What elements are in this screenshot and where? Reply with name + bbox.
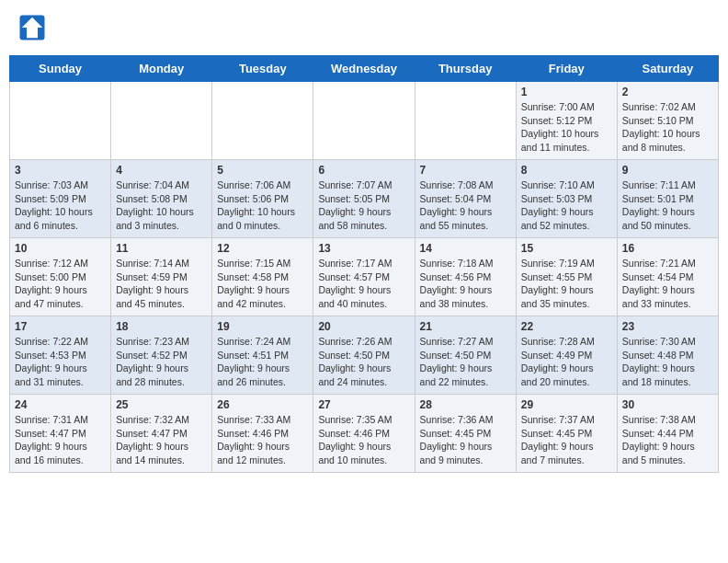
- cell-content: Sunrise: 7:37 AMSunset: 4:45 PMDaylight:…: [521, 413, 612, 467]
- week-row-5: 24Sunrise: 7:31 AMSunset: 4:47 PMDayligh…: [10, 395, 719, 473]
- day-header-thursday: Thursday: [415, 56, 516, 82]
- day-number: 10: [15, 242, 106, 255]
- cell-content: Sunrise: 7:02 AMSunset: 5:10 PMDaylight:…: [622, 100, 713, 155]
- calendar-cell: 30Sunrise: 7:38 AMSunset: 4:44 PMDayligh…: [617, 395, 718, 473]
- calendar-cell: 4Sunrise: 7:04 AMSunset: 5:08 PMDaylight…: [111, 160, 212, 238]
- cell-content: Sunrise: 7:07 AMSunset: 5:05 PMDaylight:…: [318, 178, 409, 233]
- calendar-cell: 23Sunrise: 7:30 AMSunset: 4:48 PMDayligh…: [617, 316, 718, 395]
- calendar-cell: 2Sunrise: 7:02 AMSunset: 5:10 PMDaylight…: [617, 82, 718, 160]
- cell-content: Sunrise: 7:06 AMSunset: 5:06 PMDaylight:…: [217, 178, 308, 233]
- calendar-cell: 26Sunrise: 7:33 AMSunset: 4:46 PMDayligh…: [212, 395, 313, 473]
- day-number: 8: [521, 164, 612, 177]
- cell-content: Sunrise: 7:32 AMSunset: 4:47 PMDaylight:…: [116, 413, 207, 467]
- day-header-tuesday: Tuesday: [212, 56, 313, 82]
- cell-content: Sunrise: 7:18 AMSunset: 4:56 PMDaylight:…: [420, 257, 511, 311]
- day-number: 18: [116, 320, 207, 333]
- week-row-3: 10Sunrise: 7:12 AMSunset: 5:00 PMDayligh…: [10, 238, 719, 316]
- cell-content: Sunrise: 7:22 AMSunset: 4:53 PMDaylight:…: [15, 335, 106, 389]
- day-number: 2: [622, 86, 713, 98]
- cell-content: Sunrise: 7:00 AMSunset: 5:12 PMDaylight:…: [521, 100, 612, 155]
- day-number: 26: [217, 398, 308, 411]
- day-header-wednesday: Wednesday: [313, 56, 415, 82]
- calendar-cell: [212, 82, 313, 160]
- day-number: 20: [318, 320, 409, 333]
- calendar-cell: [10, 82, 111, 160]
- calendar-cell: 7Sunrise: 7:08 AMSunset: 5:04 PMDaylight…: [415, 160, 516, 238]
- day-number: 28: [420, 398, 511, 411]
- calendar-cell: [111, 82, 212, 160]
- cell-content: Sunrise: 7:15 AMSunset: 4:58 PMDaylight:…: [217, 257, 308, 311]
- calendar-cell: 15Sunrise: 7:19 AMSunset: 4:55 PMDayligh…: [516, 238, 617, 316]
- logo: [18, 14, 50, 41]
- day-number: 6: [318, 164, 409, 177]
- calendar-table: SundayMondayTuesdayWednesdayThursdayFrid…: [9, 55, 719, 473]
- day-number: 1: [521, 86, 612, 98]
- calendar-cell: 27Sunrise: 7:35 AMSunset: 4:46 PMDayligh…: [313, 395, 415, 473]
- calendar-cell: 13Sunrise: 7:17 AMSunset: 4:57 PMDayligh…: [313, 238, 415, 316]
- calendar-cell: 14Sunrise: 7:18 AMSunset: 4:56 PMDayligh…: [415, 238, 516, 316]
- calendar-cell: 17Sunrise: 7:22 AMSunset: 4:53 PMDayligh…: [10, 316, 111, 395]
- calendar-cell: 19Sunrise: 7:24 AMSunset: 4:51 PMDayligh…: [212, 316, 313, 395]
- cell-content: Sunrise: 7:04 AMSunset: 5:08 PMDaylight:…: [116, 178, 207, 233]
- calendar-cell: 10Sunrise: 7:12 AMSunset: 5:00 PMDayligh…: [10, 238, 111, 316]
- cell-content: Sunrise: 7:19 AMSunset: 4:55 PMDaylight:…: [521, 257, 612, 311]
- cell-content: Sunrise: 7:08 AMSunset: 5:04 PMDaylight:…: [420, 178, 511, 233]
- day-number: 11: [116, 242, 207, 255]
- day-number: 25: [116, 398, 207, 411]
- cell-content: Sunrise: 7:03 AMSunset: 5:09 PMDaylight:…: [15, 178, 106, 233]
- day-number: 3: [15, 164, 106, 177]
- cell-content: Sunrise: 7:23 AMSunset: 4:52 PMDaylight:…: [116, 335, 207, 389]
- cell-content: Sunrise: 7:10 AMSunset: 5:03 PMDaylight:…: [521, 178, 612, 233]
- cell-content: Sunrise: 7:21 AMSunset: 4:54 PMDaylight:…: [622, 257, 713, 311]
- calendar-cell: 28Sunrise: 7:36 AMSunset: 4:45 PMDayligh…: [415, 395, 516, 473]
- day-header-sunday: Sunday: [10, 56, 111, 82]
- day-number: 16: [622, 242, 713, 255]
- week-row-1: 1Sunrise: 7:00 AMSunset: 5:12 PMDaylight…: [10, 82, 719, 160]
- calendar-cell: 22Sunrise: 7:28 AMSunset: 4:49 PMDayligh…: [516, 316, 617, 395]
- day-number: 24: [15, 398, 106, 411]
- header-row: SundayMondayTuesdayWednesdayThursdayFrid…: [10, 56, 719, 82]
- cell-content: Sunrise: 7:36 AMSunset: 4:45 PMDaylight:…: [420, 413, 511, 467]
- day-header-saturday: Saturday: [617, 56, 718, 82]
- week-row-4: 17Sunrise: 7:22 AMSunset: 4:53 PMDayligh…: [10, 316, 719, 395]
- cell-content: Sunrise: 7:11 AMSunset: 5:01 PMDaylight:…: [622, 178, 713, 233]
- logo-icon: [18, 14, 46, 41]
- cell-content: Sunrise: 7:33 AMSunset: 4:46 PMDaylight:…: [217, 413, 308, 467]
- cell-content: Sunrise: 7:30 AMSunset: 4:48 PMDaylight:…: [622, 335, 713, 389]
- cell-content: Sunrise: 7:26 AMSunset: 4:50 PMDaylight:…: [318, 335, 409, 389]
- calendar-cell: 11Sunrise: 7:14 AMSunset: 4:59 PMDayligh…: [111, 238, 212, 316]
- cell-content: Sunrise: 7:24 AMSunset: 4:51 PMDaylight:…: [217, 335, 308, 389]
- cell-content: Sunrise: 7:28 AMSunset: 4:49 PMDaylight:…: [521, 335, 612, 389]
- day-number: 14: [420, 242, 511, 255]
- day-number: 7: [420, 164, 511, 177]
- week-row-2: 3Sunrise: 7:03 AMSunset: 5:09 PMDaylight…: [10, 160, 719, 238]
- day-header-friday: Friday: [516, 56, 617, 82]
- calendar-cell: 25Sunrise: 7:32 AMSunset: 4:47 PMDayligh…: [111, 395, 212, 473]
- calendar-cell: 1Sunrise: 7:00 AMSunset: 5:12 PMDaylight…: [516, 82, 617, 160]
- calendar-cell: [415, 82, 516, 160]
- calendar-cell: 9Sunrise: 7:11 AMSunset: 5:01 PMDaylight…: [617, 160, 718, 238]
- day-header-monday: Monday: [111, 56, 212, 82]
- day-number: 5: [217, 164, 308, 177]
- day-number: 17: [15, 320, 106, 333]
- calendar-cell: 29Sunrise: 7:37 AMSunset: 4:45 PMDayligh…: [516, 395, 617, 473]
- day-number: 9: [622, 164, 713, 177]
- day-number: 23: [622, 320, 713, 333]
- calendar-cell: 18Sunrise: 7:23 AMSunset: 4:52 PMDayligh…: [111, 316, 212, 395]
- cell-content: Sunrise: 7:14 AMSunset: 4:59 PMDaylight:…: [116, 257, 207, 311]
- cell-content: Sunrise: 7:31 AMSunset: 4:47 PMDaylight:…: [15, 413, 106, 467]
- day-number: 21: [420, 320, 511, 333]
- calendar-cell: 5Sunrise: 7:06 AMSunset: 5:06 PMDaylight…: [212, 160, 313, 238]
- calendar-cell: 20Sunrise: 7:26 AMSunset: 4:50 PMDayligh…: [313, 316, 415, 395]
- day-number: 22: [521, 320, 612, 333]
- calendar-cell: 24Sunrise: 7:31 AMSunset: 4:47 PMDayligh…: [10, 395, 111, 473]
- day-number: 12: [217, 242, 308, 255]
- calendar-cell: 6Sunrise: 7:07 AMSunset: 5:05 PMDaylight…: [313, 160, 415, 238]
- calendar-cell: 3Sunrise: 7:03 AMSunset: 5:09 PMDaylight…: [10, 160, 111, 238]
- day-number: 27: [318, 398, 409, 411]
- calendar-cell: 8Sunrise: 7:10 AMSunset: 5:03 PMDaylight…: [516, 160, 617, 238]
- day-number: 30: [622, 398, 713, 411]
- cell-content: Sunrise: 7:12 AMSunset: 5:00 PMDaylight:…: [15, 257, 106, 311]
- day-number: 19: [217, 320, 308, 333]
- day-number: 29: [521, 398, 612, 411]
